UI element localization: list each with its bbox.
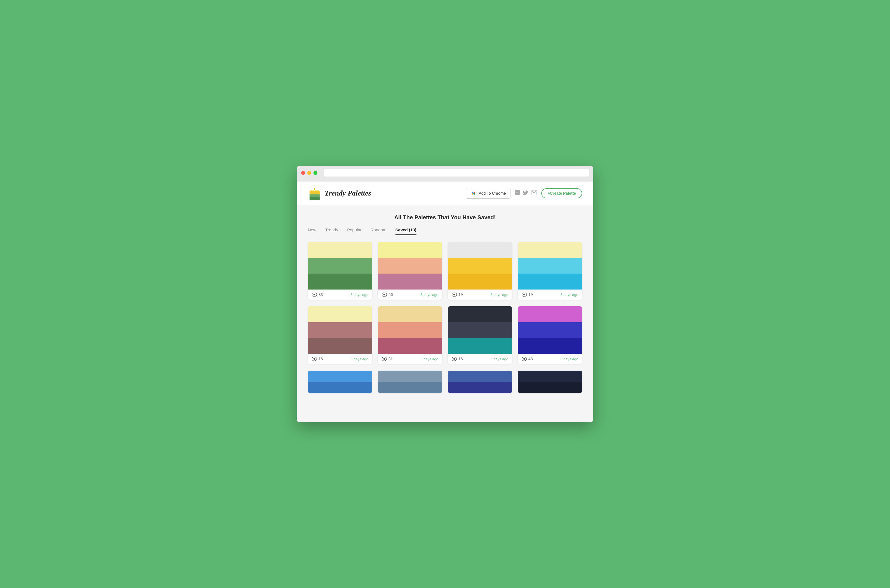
palette-grid-row1: 336 days ago 666 days ago 196 days ago 1… xyxy=(297,242,593,306)
color-swatch xyxy=(308,242,372,258)
palette-swatches xyxy=(378,306,442,354)
view-count: 19 xyxy=(522,292,533,297)
palette-swatches-partial xyxy=(448,370,512,393)
color-swatch xyxy=(448,370,512,382)
palette-meta: 336 days ago xyxy=(308,290,372,300)
palette-card[interactable]: 336 days ago xyxy=(308,242,372,300)
tab-trendy[interactable]: Trendy xyxy=(325,225,338,235)
color-swatch xyxy=(518,274,582,290)
color-swatch xyxy=(518,382,582,393)
palette-swatches-partial xyxy=(518,370,582,393)
time-ago: 6 days ago xyxy=(350,357,368,361)
address-bar[interactable] xyxy=(324,169,589,177)
color-swatch xyxy=(518,322,582,338)
svg-point-20 xyxy=(383,358,385,360)
time-ago: 6 days ago xyxy=(490,357,508,361)
color-swatch xyxy=(518,370,582,382)
color-swatch xyxy=(308,258,372,274)
palette-card[interactable]: 316 days ago xyxy=(378,306,442,364)
svg-point-10 xyxy=(313,294,315,296)
email-icon[interactable] xyxy=(531,190,537,196)
view-count: 31 xyxy=(382,357,393,361)
tab-saved[interactable]: Saved (13) xyxy=(395,225,416,235)
palette-grid-bottom xyxy=(297,370,593,400)
palette-card[interactable]: 166 days ago xyxy=(308,306,372,364)
nav-tabs: New Trendy Popular Random Saved (13) xyxy=(297,225,593,235)
color-swatch xyxy=(518,242,582,258)
eye-icon xyxy=(312,292,317,297)
palette-meta: 196 days ago xyxy=(448,290,512,300)
eye-icon xyxy=(312,357,317,361)
palette-swatches xyxy=(308,306,372,354)
color-swatch xyxy=(448,338,512,354)
add-to-chrome-button[interactable]: Add To Chrome xyxy=(466,188,511,199)
close-dot[interactable] xyxy=(301,171,305,175)
palette-grid-row2: 166 days ago 316 days ago 166 days ago 4… xyxy=(297,306,593,370)
create-palette-button[interactable]: +Create Palette xyxy=(541,188,582,198)
color-swatch xyxy=(448,306,512,322)
tab-new[interactable]: New xyxy=(308,225,316,235)
palette-card[interactable]: 196 days ago xyxy=(518,242,582,300)
page-content: Trendy Palettes Add To Chrome xyxy=(297,182,593,422)
eye-icon xyxy=(382,292,387,297)
facebook-icon[interactable]: f xyxy=(515,190,520,196)
svg-point-16 xyxy=(523,294,525,296)
palette-swatches-partial xyxy=(378,370,442,393)
svg-point-22 xyxy=(453,358,455,360)
palette-meta: 166 days ago xyxy=(448,354,512,364)
palette-meta: 196 days ago xyxy=(518,290,582,300)
time-ago: 6 days ago xyxy=(560,292,578,297)
view-count: 66 xyxy=(382,292,393,297)
palette-card-partial[interactable] xyxy=(448,370,512,393)
palette-swatches xyxy=(448,306,512,354)
twitter-icon[interactable] xyxy=(523,190,528,196)
palette-card[interactable]: 166 days ago xyxy=(448,306,512,364)
palette-meta: 666 days ago xyxy=(378,290,442,300)
palette-meta: 166 days ago xyxy=(308,354,372,364)
eye-icon xyxy=(382,357,387,361)
eye-icon xyxy=(522,357,527,361)
time-ago: 6 days ago xyxy=(420,292,438,297)
palette-card-partial[interactable] xyxy=(518,370,582,393)
svg-point-24 xyxy=(523,358,525,360)
palette-swatches xyxy=(378,242,442,290)
add-to-chrome-label: Add To Chrome xyxy=(479,191,506,195)
view-count: 48 xyxy=(522,357,533,361)
color-swatch xyxy=(308,274,372,290)
palette-card[interactable]: 666 days ago xyxy=(378,242,442,300)
time-ago: 6 days ago xyxy=(560,357,578,361)
time-ago: 6 days ago xyxy=(350,292,368,297)
palette-card[interactable]: 486 days ago xyxy=(518,306,582,364)
view-count: 16 xyxy=(312,357,323,361)
browser-window: Trendy Palettes Add To Chrome xyxy=(297,166,593,422)
tab-popular[interactable]: Popular xyxy=(347,225,362,235)
site-header: Trendy Palettes Add To Chrome xyxy=(297,182,593,206)
color-swatch xyxy=(448,322,512,338)
color-swatch xyxy=(378,258,442,274)
color-swatch xyxy=(378,306,442,322)
color-swatch xyxy=(308,338,372,354)
minimize-dot[interactable] xyxy=(307,171,311,175)
logo-text: Trendy Palettes xyxy=(325,189,371,198)
view-count: 19 xyxy=(452,292,463,297)
color-swatch xyxy=(378,382,442,393)
palette-card[interactable]: 196 days ago xyxy=(448,242,512,300)
browser-tabs xyxy=(301,179,589,182)
maximize-dot[interactable] xyxy=(313,171,317,175)
eye-icon xyxy=(452,292,457,297)
color-swatch xyxy=(518,258,582,274)
page-title-section: All The Palettes That You Have Saved! xyxy=(297,206,593,225)
palette-meta: 486 days ago xyxy=(518,354,582,364)
color-swatch xyxy=(378,338,442,354)
chrome-icon xyxy=(471,190,477,196)
color-swatch xyxy=(308,382,372,393)
color-swatch xyxy=(518,338,582,354)
browser-controls xyxy=(301,169,589,177)
logo-area: Trendy Palettes xyxy=(308,186,371,201)
color-swatch xyxy=(448,258,512,274)
palette-card-partial[interactable] xyxy=(308,370,372,393)
color-swatch xyxy=(448,382,512,393)
tab-random[interactable]: Random xyxy=(371,225,386,235)
palette-card-partial[interactable] xyxy=(378,370,442,393)
color-swatch xyxy=(378,242,442,258)
